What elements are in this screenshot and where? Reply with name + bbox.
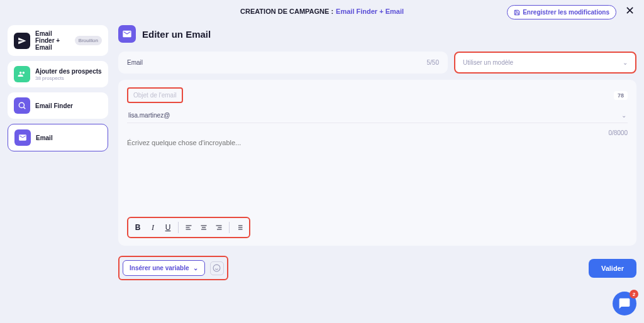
emoji-button[interactable] <box>210 261 224 275</box>
prospects-icon <box>14 66 30 82</box>
close-icon: ✕ <box>625 4 635 18</box>
chat-fab[interactable]: 2 <box>613 292 636 315</box>
email-icon <box>14 129 31 146</box>
sidebar-item-label: Ajouter des prospects <box>35 68 102 75</box>
list-button[interactable] <box>233 221 247 234</box>
italic-button[interactable]: I <box>146 221 160 234</box>
svg-point-17 <box>213 265 220 271</box>
insert-variable-label: Insérer une variable <box>130 265 189 271</box>
save-button[interactable]: Enregistrer les modifications <box>507 5 616 19</box>
campaign-name-link[interactable]: Email Finder + Email <box>336 8 404 15</box>
campaign-icon <box>14 33 30 49</box>
sidebar-item-label: Email Finder + Email <box>35 30 70 51</box>
body-char-count: 0/8000 <box>127 127 628 139</box>
campaign-creation-label: CREATION DE CAMPAGNE : <box>240 8 333 15</box>
draft-badge: Brouillon <box>75 36 102 45</box>
prospects-count: 38 prospects <box>35 75 102 81</box>
insert-variable-button[interactable]: Insérer une variable ⌄ <box>123 260 205 276</box>
align-center-button[interactable] <box>197 221 211 234</box>
bold-button[interactable]: B <box>131 221 145 234</box>
email-count: 5/50 <box>427 59 439 66</box>
sidebar-item-label: Email Finder <box>35 102 73 109</box>
chevron-down-icon: ⌄ <box>621 112 626 119</box>
sidebar-item-prospects[interactable]: Ajouter des prospects 38 prospects <box>8 61 108 87</box>
sender-select[interactable]: lisa.martinez@ ⌄ <box>127 108 628 123</box>
svg-point-0 <box>19 102 24 107</box>
format-toolbar: B I U <box>127 217 250 238</box>
validate-button[interactable]: Valider <box>589 259 636 278</box>
email-label-card: Email 5/50 <box>118 52 448 74</box>
sender-email: lisa.martinez@ <box>128 112 170 119</box>
email-label: Email <box>127 59 143 66</box>
align-right-button[interactable] <box>212 221 226 234</box>
toolbar-divider <box>229 222 230 233</box>
chat-icon <box>618 297 631 310</box>
email-header-icon <box>118 25 136 43</box>
close-button[interactable]: ✕ <box>623 4 636 18</box>
subject-input[interactable]: Objet de l'email <box>127 87 183 103</box>
sidebar-item-campaign[interactable]: Email Finder + Email Brouillon <box>8 25 108 56</box>
chevron-down-icon: ⌄ <box>193 265 198 271</box>
sidebar-item-email[interactable]: Email <box>8 124 108 151</box>
save-icon <box>514 9 520 16</box>
sidebar-item-label: Email <box>36 134 53 141</box>
variable-insert-group: Insérer une variable ⌄ <box>118 256 228 280</box>
underline-button[interactable]: U <box>161 221 175 234</box>
sidebar-item-finder[interactable]: Email Finder <box>8 92 108 119</box>
save-button-label: Enregistrer les modifications <box>523 9 609 16</box>
subject-count-badge: 78 <box>614 91 628 100</box>
template-select[interactable]: Utiliser un modèle ⌄ <box>454 52 636 74</box>
toolbar-divider <box>178 222 179 233</box>
svg-line-1 <box>24 107 26 109</box>
editor-card: Objet de l'email 78 lisa.martinez@ ⌄ 0/8… <box>118 80 636 246</box>
chevron-down-icon: ⌄ <box>623 59 628 66</box>
body-textarea[interactable] <box>127 139 628 208</box>
finder-icon <box>14 97 30 114</box>
page-title: Editer un Email <box>142 29 211 40</box>
sidebar: Email Finder + Email Brouillon Ajouter d… <box>8 23 108 280</box>
template-placeholder: Utiliser un modèle <box>463 59 513 66</box>
chat-notification-badge: 2 <box>630 290 638 298</box>
align-left-button[interactable] <box>182 221 196 234</box>
